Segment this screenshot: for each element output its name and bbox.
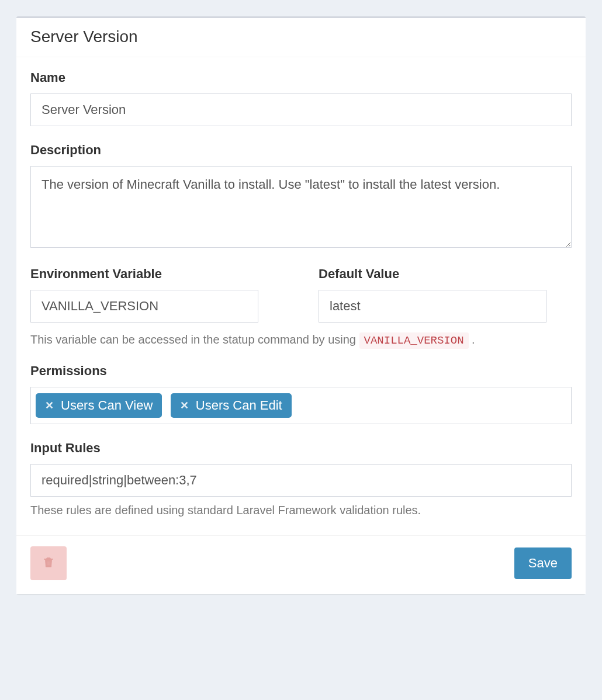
env-help-text: This variable can be accessed in the sta… (30, 331, 572, 349)
env-help-prefix: This variable can be accessed in the sta… (30, 333, 359, 346)
default-value-input[interactable] (319, 290, 546, 323)
permission-chip-edit[interactable]: ✕ Users Can Edit (171, 393, 292, 418)
panel-body: Name Description The version of Minecraf… (16, 57, 586, 535)
name-group: Name (30, 70, 572, 126)
server-version-panel: Server Version Name Description The vers… (16, 16, 586, 594)
name-label: Name (30, 70, 572, 85)
close-icon[interactable]: ✕ (180, 399, 189, 412)
delete-button[interactable] (30, 546, 67, 580)
name-input[interactable] (30, 93, 572, 126)
svg-rect-1 (48, 561, 49, 565)
permissions-group: Permissions ✕ Users Can View ✕ Users Can… (30, 363, 572, 424)
svg-rect-0 (47, 561, 47, 565)
permissions-label: Permissions (30, 363, 572, 379)
trash-icon (42, 555, 55, 571)
description-label: Description (30, 143, 572, 158)
panel-title: Server Version (30, 27, 572, 46)
panel-header: Server Version (16, 18, 586, 57)
panel-footer: Save (16, 535, 586, 594)
permission-chip-label: Users Can Edit (196, 398, 282, 413)
svg-rect-2 (49, 561, 50, 565)
env-var-label: Environment Variable (30, 266, 283, 282)
env-default-row: Environment Variable Default Value (30, 266, 572, 323)
input-rules-input[interactable] (30, 464, 572, 497)
description-group: Description The version of Minecraft Van… (30, 143, 572, 250)
default-value-label: Default Value (319, 266, 572, 282)
env-help-code: VANILLA_VERSION (359, 332, 469, 349)
default-value-group: Default Value (319, 266, 572, 323)
permissions-box[interactable]: ✕ Users Can View ✕ Users Can Edit (30, 387, 572, 424)
env-var-input[interactable] (30, 290, 258, 323)
permission-chip-label: Users Can View (61, 398, 153, 413)
env-help-suffix: . (469, 333, 475, 346)
env-var-group: Environment Variable (30, 266, 283, 323)
input-rules-group: Input Rules These rules are defined usin… (30, 441, 572, 519)
save-button[interactable]: Save (514, 547, 572, 579)
description-textarea[interactable]: The version of Minecraft Vanilla to inst… (30, 166, 572, 248)
input-rules-help: These rules are defined using standard L… (30, 501, 572, 519)
close-icon[interactable]: ✕ (45, 399, 54, 412)
permission-chip-view[interactable]: ✕ Users Can View (36, 393, 162, 418)
input-rules-label: Input Rules (30, 441, 572, 456)
